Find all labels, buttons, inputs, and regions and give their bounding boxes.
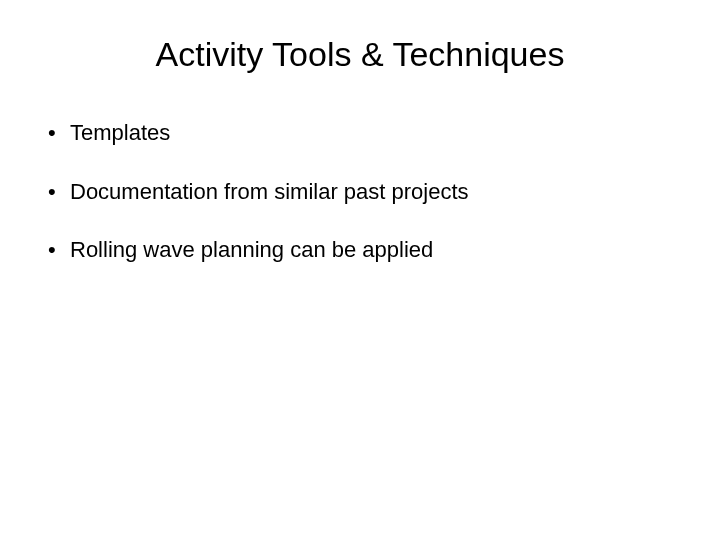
list-item: Rolling wave planning can be applied — [48, 236, 690, 265]
slide-title: Activity Tools & Techniques — [70, 35, 650, 74]
bullet-list: Templates Documentation from similar pas… — [30, 119, 690, 265]
list-item: Documentation from similar past projects — [48, 178, 690, 207]
list-item: Templates — [48, 119, 690, 148]
